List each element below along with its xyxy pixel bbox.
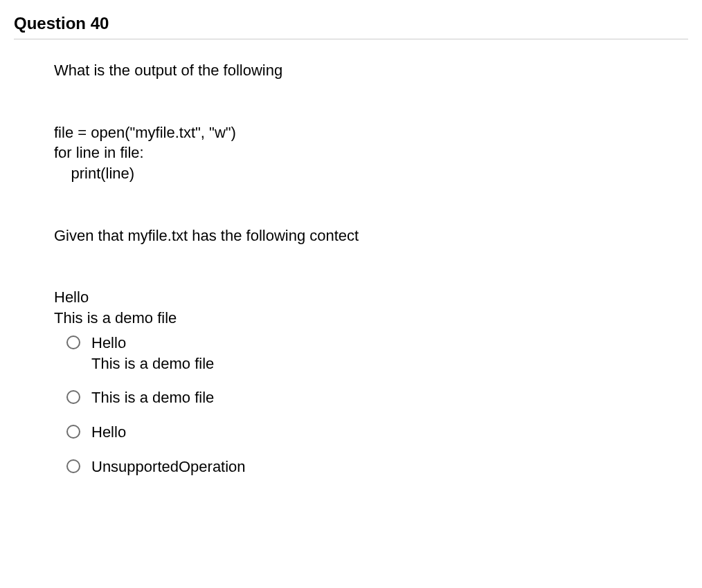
option-label: Hello (91, 422, 126, 443)
option-label: UnsupportedOperation (91, 457, 246, 477)
file-content: Hello This is a demo file (54, 287, 688, 328)
question-heading: Question 40 (14, 14, 688, 39)
option-label: This is a demo file (91, 387, 214, 408)
question-prompt: What is the output of the following (54, 60, 688, 81)
radio-button[interactable] (66, 459, 80, 473)
answer-options: Hello This is a demo file This is a demo… (54, 333, 688, 477)
radio-button[interactable] (66, 425, 80, 439)
option-row: Hello (66, 422, 688, 443)
option-row: UnsupportedOperation (66, 457, 688, 477)
option-row: This is a demo file (66, 387, 688, 408)
option-label: Hello This is a demo file (91, 333, 214, 374)
code-block: file = open("myfile.txt", "w") for line … (54, 122, 688, 184)
given-context: Given that myfile.txt has the following … (54, 226, 688, 246)
option-row: Hello This is a demo file (66, 333, 688, 374)
radio-button[interactable] (66, 390, 80, 404)
radio-button[interactable] (66, 336, 80, 349)
question-body: What is the output of the following file… (14, 60, 688, 477)
